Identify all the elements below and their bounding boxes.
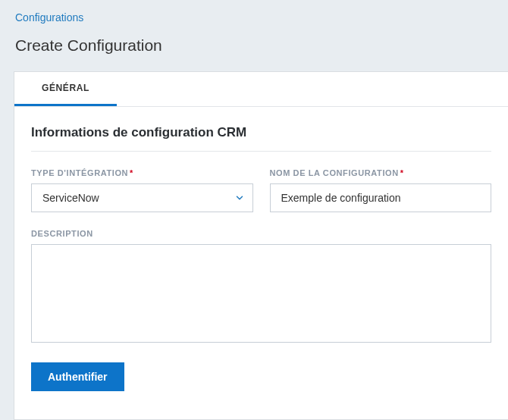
- page-title: Create Configuration: [0, 24, 508, 71]
- description-textarea[interactable]: [31, 244, 491, 343]
- section-title: Informations de configuration CRM: [31, 125, 491, 152]
- breadcrumb-configurations[interactable]: Configurations: [15, 11, 83, 24]
- config-name-label-text: NOM DE LA CONFIGURATION: [270, 168, 399, 177]
- config-name-input[interactable]: [270, 183, 492, 212]
- description-label: DESCRIPTION: [31, 229, 491, 238]
- config-panel: GÉNÉRAL Informations de configuration CR…: [14, 71, 508, 420]
- integration-type-label-text: TYPE D'INTÉGRATION: [31, 168, 128, 177]
- required-mark: *: [400, 168, 404, 177]
- tab-bar: GÉNÉRAL: [14, 72, 508, 107]
- integration-type-select[interactable]: ServiceNow: [31, 183, 253, 212]
- authenticate-button[interactable]: Authentifier: [31, 362, 124, 391]
- tab-general[interactable]: GÉNÉRAL: [14, 72, 117, 106]
- required-mark: *: [130, 168, 133, 177]
- config-name-label: NOM DE LA CONFIGURATION*: [270, 168, 492, 177]
- chevron-down-icon: [234, 193, 245, 203]
- integration-type-label: TYPE D'INTÉGRATION*: [31, 168, 253, 177]
- integration-type-value: ServiceNow: [42, 192, 99, 204]
